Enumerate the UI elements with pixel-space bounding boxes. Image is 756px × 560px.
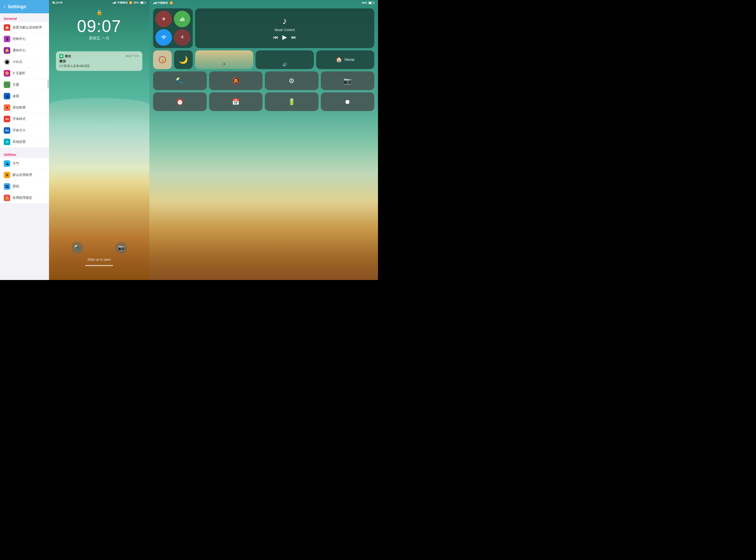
font-style-icon: Aa: [4, 116, 10, 122]
settings-item-font-style[interactable]: Aa 字体样式: [0, 114, 49, 125]
settings-header: ‹ Settings: [0, 0, 49, 13]
x-theme-label: X 主题栏: [13, 71, 25, 75]
lock-status-right: 中国移动 📶 60%: [113, 1, 146, 4]
previous-track-button[interactable]: ⏮: [273, 34, 278, 40]
settings-item-scroll[interactable]: ✳ 滚动效果: [0, 102, 49, 114]
settings-body: General 🏠 设置为默认启动程序 🎛 控制中心 🔔 通知中心 ⬤ 小白点 …: [0, 13, 49, 280]
cc-carrier: 中国移动: [158, 1, 168, 5]
settings-item-weather[interactable]: 🌤 天气: [0, 158, 49, 169]
settings-item-font-size[interactable]: Ax 字体大小: [0, 125, 49, 136]
cc-row-3: 🔦 🔕 ⚙ 📷: [153, 72, 374, 90]
wechat-icon: 💬: [59, 54, 63, 58]
lock-bottom: 🔦 📷 Slide up to open: [49, 242, 149, 266]
lock-action-buttons: 🔦 📷: [71, 242, 127, 254]
cc-signal-icon: [153, 2, 157, 4]
scroll-thumb[interactable]: [47, 79, 48, 89]
app-lock-label: 应用程序锁定: [13, 196, 32, 200]
next-track-button[interactable]: ⏭: [291, 34, 296, 40]
settings-item-x-theme[interactable]: 🎨 X 主题栏: [0, 68, 49, 79]
screen-record-button[interactable]: ⏺: [321, 93, 375, 111]
notification-card[interactable]: 💬 微信 09:07 下午 微信 2个联系人发来4条消息: [56, 51, 142, 71]
notification-time: 09:07 下午: [126, 54, 139, 58]
notification-body: 2个联系人发来4条消息: [59, 64, 139, 68]
music-note-icon: ♪: [282, 16, 287, 26]
flashlight-button[interactable]: 🔦: [71, 242, 83, 254]
cc-row-4: ⏰ 📅 🔋 ⏺: [153, 93, 374, 111]
settings-item-desktop[interactable]: 🖥 桌面: [0, 91, 49, 102]
settings-item-other[interactable]: ≡ 其他设置: [0, 136, 49, 147]
lock-screen: 晚上9:08 中国移动 📶 60% 🔒 09:07 星期五, 一月 💬: [49, 0, 149, 280]
play-pause-button[interactable]: ▶: [282, 34, 287, 41]
volume-slider[interactable]: [256, 51, 314, 69]
airplane-mode-button[interactable]: ✈: [155, 11, 172, 27]
flashlight-toggle-button[interactable]: 🔦: [153, 72, 207, 90]
connectivity-block: ✈: [153, 8, 193, 48]
cellular-button[interactable]: [174, 11, 191, 27]
calendar-button[interactable]: 📅: [209, 93, 263, 111]
general-section: 🏠 设置为默认启动程序 🎛 控制中心 🔔 通知中心 ⬤ 小白点 🎨 X 主题栏 …: [0, 22, 49, 147]
battery-button[interactable]: 🔋: [265, 93, 318, 111]
lock-status-time: 晚上9:08: [52, 1, 62, 4]
music-control-block[interactable]: ♪ Music Control ⏮ ▶ ⏭: [195, 8, 374, 48]
control-center-label: 控制中心: [13, 37, 26, 41]
control-center-icon: 🎛: [4, 36, 10, 42]
settings-item-default-launcher[interactable]: 🏠 设置为默认启动程序: [0, 22, 49, 33]
home-icon: 🏠: [336, 57, 342, 63]
default-apps-label: 默认应用程序: [13, 173, 32, 177]
home-button[interactable]: 🏠 Home: [316, 51, 374, 69]
cc-row-2: 🔒 🌙 🏠 Home: [153, 51, 374, 69]
assistive-touch-icon: ⬤: [4, 59, 10, 65]
wallpaper-label: 壁纸: [13, 184, 19, 188]
back-button[interactable]: ‹: [4, 4, 5, 10]
wifi-button[interactable]: [155, 29, 172, 46]
settings-item-assistive-touch[interactable]: ⬤ 小白点: [0, 56, 49, 68]
lock-date-display: 星期五, 一月: [89, 36, 110, 41]
lock-signal-icon: [113, 1, 116, 4]
slide-bar[interactable]: [85, 265, 113, 266]
alarm-button[interactable]: ⏰: [153, 93, 207, 111]
settings-item-default-apps[interactable]: ⊞ 默认应用程序: [0, 169, 49, 181]
control-center: 中国移动 📶 60% ✈: [149, 0, 378, 280]
general-section-title: General: [0, 13, 49, 22]
cc-row-1: ✈: [153, 8, 374, 48]
brightness-slider[interactable]: [195, 51, 253, 69]
scroll-label: 滚动效果: [13, 105, 26, 110]
weather-icon: 🌤: [4, 160, 10, 167]
settings-item-app-lock[interactable]: 🔒 应用程序锁定: [0, 192, 49, 203]
settings-item-theme[interactable]: 🎮 主题: [0, 79, 49, 91]
settings-shortcut-button[interactable]: ⚙: [265, 72, 318, 90]
do-not-disturb-button[interactable]: 🌙: [174, 51, 193, 69]
other-settings-label: 其他设置: [13, 140, 26, 144]
default-launcher-icon: 🏠: [4, 24, 10, 31]
music-control-label: Music Control: [275, 28, 295, 32]
utilities-section-title: Utilities: [0, 149, 49, 158]
settings-panel: ‹ Settings General 🏠 设置为默认启动程序 🎛 控制中心 🔔 …: [0, 0, 49, 280]
lock-battery-icon: [140, 1, 146, 4]
lock-carrier: 中国移动: [117, 1, 127, 4]
svg-rect-2: [182, 17, 183, 21]
svg-rect-1: [181, 18, 182, 21]
notification-icon: 🔔: [4, 47, 10, 54]
lock-wifi-icon: 📶: [129, 1, 132, 4]
camera-button[interactable]: 📷: [115, 242, 127, 254]
notification-header: 💬 微信 09:07 下午: [59, 54, 139, 58]
notification-app-name: 微信: [65, 54, 71, 58]
desktop-label: 桌面: [13, 94, 19, 98]
lock-battery-pct: 60%: [134, 1, 139, 4]
settings-item-wallpaper[interactable]: 🖼 壁纸: [0, 181, 49, 192]
bluetooth-button[interactable]: [174, 29, 191, 46]
slide-up-text: Slide up to open: [87, 258, 111, 261]
wallpaper-icon: 🖼: [4, 183, 10, 190]
default-apps-icon: ⊞: [4, 172, 10, 178]
music-playback-controls: ⏮ ▶ ⏭: [273, 34, 296, 41]
cc-wifi-icon: 📶: [170, 1, 173, 4]
settings-item-notification[interactable]: 🔔 通知中心: [0, 45, 49, 56]
lock-orientation-button[interactable]: 🔒: [153, 51, 172, 69]
lock-status-bar: 晚上9:08 中国移动 📶 60%: [49, 0, 149, 5]
camera-shortcut-button[interactable]: 📷: [321, 72, 375, 90]
home-label: Home: [344, 58, 354, 62]
notification-title: 微信: [59, 59, 139, 63]
assistive-touch-label: 小白点: [13, 60, 22, 64]
silent-mode-button[interactable]: 🔕: [209, 72, 263, 90]
settings-item-control-center[interactable]: 🎛 控制中心: [0, 33, 49, 45]
